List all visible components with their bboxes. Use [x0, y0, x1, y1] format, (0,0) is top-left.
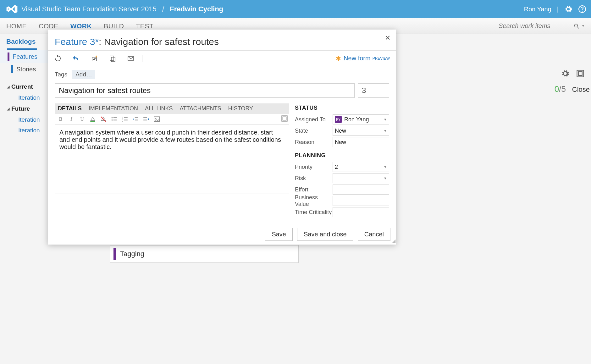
tab-home[interactable]: HOME: [6, 22, 27, 30]
star-icon: ✱: [336, 55, 341, 62]
chevron-down-icon: ▼: [582, 24, 585, 28]
save-button[interactable]: Save: [265, 228, 293, 241]
tab-all-links[interactable]: ALL LINKS: [145, 105, 173, 112]
field-risk: Risk ▼: [295, 173, 389, 184]
italic-button[interactable]: I: [68, 116, 75, 123]
dialog-toolbar: ✱ New form PREVIEW: [48, 51, 396, 66]
expand-icon[interactable]: [281, 115, 288, 122]
detail-tabs: DETAILS IMPLEMENTATION ALL LINKS ATTACHM…: [55, 103, 289, 114]
risk-dropdown[interactable]: ▼: [333, 173, 389, 183]
tc-label: Time Criticality: [295, 209, 333, 216]
capacity-total: /5: [559, 84, 566, 94]
search-icon: [573, 23, 580, 29]
svg-line-2: [577, 27, 579, 28]
title-sep: :: [99, 36, 104, 47]
tab-attachments[interactable]: ATTACHMENTS: [180, 105, 221, 112]
tab-code[interactable]: CODE: [39, 22, 58, 30]
tags-label: Tags: [55, 71, 67, 78]
search-button[interactable]: ▼: [573, 23, 585, 29]
work-item-title-input[interactable]: [55, 83, 355, 98]
svg-point-13: [112, 120, 113, 121]
reason-input[interactable]: New: [333, 137, 389, 147]
fullscreen-icon[interactable]: [576, 69, 585, 78]
save-close-button[interactable]: Save and close: [297, 228, 353, 241]
outdent-button[interactable]: [132, 116, 139, 123]
copy-button[interactable]: [109, 55, 116, 62]
reason-label: Reason: [295, 139, 333, 146]
svg-point-12: [112, 119, 113, 119]
toolbar-sep: [142, 55, 142, 62]
backlog-card-tagging[interactable]: Tagging: [110, 245, 299, 263]
title-row: 3: [55, 83, 389, 98]
field-assigned-to: Assigned To RY Ron Yang ▼: [295, 114, 389, 125]
svg-rect-4: [578, 72, 582, 75]
bold-button[interactable]: B: [57, 116, 64, 123]
effort-input[interactable]: [333, 185, 389, 195]
close-icon[interactable]: ✕: [385, 34, 390, 42]
chevron-down-icon: ▼: [384, 118, 387, 121]
priority-dropdown[interactable]: 2 ▼: [333, 162, 389, 172]
tab-implementation[interactable]: IMPLEMENTATION: [89, 105, 138, 112]
tab-test[interactable]: TEST: [136, 22, 154, 30]
tags-row: Tags Add…: [55, 70, 389, 79]
indent-button[interactable]: [143, 116, 150, 123]
email-button[interactable]: [127, 55, 135, 62]
dialog-title: Feature 3*: Navigation for safest routes: [55, 36, 389, 47]
card-accent: [113, 248, 116, 260]
field-priority: Priority 2 ▼: [295, 161, 389, 173]
assigned-to-label: Assigned To: [295, 116, 333, 123]
details-column: DETAILS IMPLEMENTATION ALL LINKS ATTACHM…: [55, 103, 289, 218]
svg-point-1: [574, 24, 577, 27]
bv-input[interactable]: [333, 196, 389, 206]
tab-details[interactable]: DETAILS: [58, 105, 82, 112]
state-dropdown[interactable]: New ▼: [333, 126, 389, 136]
svg-rect-32: [283, 117, 286, 120]
tab-work[interactable]: WORK: [70, 22, 92, 30]
sidebar-stories-label: Stories: [16, 66, 36, 73]
bullet-list-button[interactable]: [111, 116, 118, 123]
gear-icon[interactable]: [564, 5, 572, 13]
story-accent: [11, 65, 13, 73]
tab-history[interactable]: HISTORY: [228, 105, 253, 112]
rich-text-toolbar: B I U 123: [55, 114, 289, 125]
remove-color-button[interactable]: [100, 116, 107, 123]
fields-column: STATUS Assigned To RY Ron Yang ▼ State N…: [295, 103, 389, 218]
preview-badge: PREVIEW: [373, 56, 390, 61]
assigned-to-value: Ron Yang: [344, 116, 369, 123]
undo-button[interactable]: [72, 55, 80, 62]
cancel-button[interactable]: Cancel: [358, 228, 390, 241]
risk-label: Risk: [295, 175, 333, 182]
gear-icon[interactable]: [561, 69, 570, 78]
assign-button[interactable]: [91, 55, 98, 62]
effort-label: Effort: [295, 186, 333, 193]
image-button[interactable]: [153, 116, 160, 123]
underline-button[interactable]: U: [79, 116, 86, 123]
feature-accent: [8, 52, 9, 61]
project-name[interactable]: Fredwin Cycling: [170, 5, 223, 13]
new-form-label: New form: [344, 55, 371, 62]
bv-label: Business Value: [295, 194, 333, 207]
svg-rect-9: [90, 121, 95, 122]
tab-build[interactable]: BUILD: [104, 22, 124, 30]
description-field[interactable]: A navigation system where a user could p…: [55, 125, 289, 194]
panel-close-link[interactable]: Close: [572, 85, 590, 94]
help-icon[interactable]: [578, 5, 586, 13]
new-form-toggle[interactable]: ✱ New form PREVIEW: [336, 55, 390, 62]
tc-input[interactable]: [333, 207, 389, 217]
field-business-value: Business Value: [295, 195, 389, 207]
refresh-button[interactable]: [54, 55, 62, 62]
field-time-criticality: Time Criticality: [295, 207, 389, 218]
work-item-type: Feature 3*: [55, 36, 99, 47]
state-value: New: [335, 128, 346, 134]
svg-rect-7: [111, 57, 115, 62]
product-title[interactable]: Visual Studio Team Foundation Server 201…: [21, 5, 157, 13]
add-color-button[interactable]: [89, 116, 96, 123]
resize-handle-icon[interactable]: ◢: [392, 238, 395, 244]
dialog-header: Feature 3*: Navigation for safest routes…: [48, 30, 396, 51]
add-tag-button[interactable]: Add…: [72, 70, 95, 79]
assigned-to-dropdown[interactable]: RY Ron Yang ▼: [333, 114, 389, 124]
current-user[interactable]: Ron Yang: [524, 6, 551, 13]
work-item-dialog: Feature 3*: Navigation for safest routes…: [48, 30, 396, 245]
number-list-button[interactable]: 123: [121, 116, 128, 123]
search-input[interactable]: [499, 22, 571, 30]
